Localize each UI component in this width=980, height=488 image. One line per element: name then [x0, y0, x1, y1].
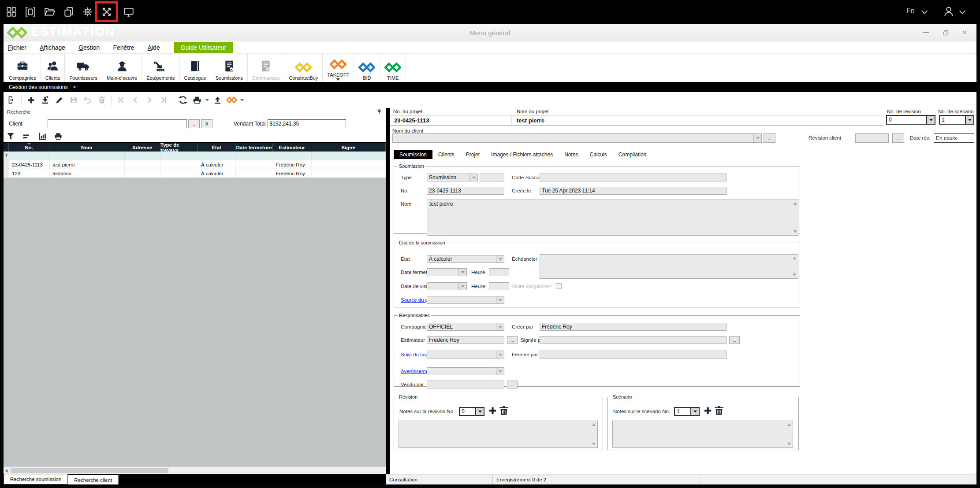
client-input[interactable]	[48, 119, 187, 128]
pin-icon[interactable]	[376, 109, 382, 115]
horizontal-scrollbar[interactable]	[4, 466, 386, 474]
notes-scenario-textarea[interactable]	[612, 421, 793, 448]
ribbon-time[interactable]: TIME	[380, 54, 406, 83]
no-revision-select[interactable]: 0	[886, 115, 935, 125]
delete-revision-icon[interactable]	[498, 405, 510, 418]
tab-compilation[interactable]: Compilation	[613, 150, 652, 159]
menu-fichier[interactable]: Fichier	[8, 44, 26, 51]
estimation-mini-logo-icon[interactable]	[226, 95, 237, 106]
minimize-button[interactable]	[919, 27, 932, 38]
tab-gestion-des-soumissions[interactable]: Gestion des soumissions ×	[4, 82, 81, 92]
open-folder-icon[interactable]	[43, 6, 56, 18]
grid-filter-row[interactable]	[4, 152, 386, 160]
language-chevron-down-icon[interactable]	[921, 8, 928, 14]
ribbon-soumissions[interactable]: Soumissions	[211, 54, 248, 83]
filter-funnel-icon[interactable]	[6, 132, 15, 142]
date-rev-input[interactable]: En cours	[934, 133, 974, 143]
date-fermeture-select[interactable]	[427, 268, 467, 276]
nav-first-icon[interactable]	[116, 95, 127, 106]
revision-client-input[interactable]	[855, 133, 889, 143]
no-input[interactable]: 23-0425-1113	[427, 187, 504, 195]
tab-notes[interactable]: Notes	[559, 150, 584, 159]
exit-door-icon[interactable]	[6, 95, 17, 106]
add-revision-icon[interactable]	[488, 406, 498, 417]
tab-recherche-soumission[interactable]: Recherche soumission	[4, 474, 68, 484]
type-select[interactable]: Soumission	[427, 174, 478, 181]
col-signe[interactable]: Signé	[311, 143, 386, 152]
export-upload-icon[interactable]	[212, 95, 223, 106]
code-succursale-input[interactable]	[540, 174, 727, 181]
expand-fullscreen-icon[interactable]	[101, 6, 113, 18]
ribbon-bid[interactable]: BID	[354, 54, 380, 83]
no-scenario-select[interactable]: 1	[939, 115, 974, 125]
creee-le-input[interactable]: Tue 25 Apr 2023 11:14	[540, 187, 727, 195]
group-rows-icon[interactable]	[22, 132, 31, 142]
ribbon-main-doeuvre[interactable]: Main-d'oeuvre	[102, 54, 142, 83]
print-icon[interactable]	[191, 95, 202, 106]
visite-obligatoire-checkbox[interactable]	[556, 283, 562, 289]
print-dropdown-caret-icon[interactable]	[205, 99, 209, 101]
ribbon-takeoff[interactable]: TAKEOFF	[323, 54, 354, 83]
import-record-icon[interactable]	[40, 95, 51, 106]
tab-calculs[interactable]: Calculs	[584, 150, 613, 159]
vendu-par-lookup-button[interactable]: ...	[507, 381, 518, 388]
logo-dropdown-caret-icon[interactable]	[240, 99, 244, 101]
notes-revision-select[interactable]: 0	[459, 407, 484, 416]
signee-par-lookup-button[interactable]: ...	[729, 336, 740, 344]
creer-par-input[interactable]: Frédéric Roy	[540, 323, 727, 331]
ribbon-fournisseurs[interactable]: Fournisseurs	[65, 54, 102, 83]
suivi-superieur-select[interactable]	[427, 351, 504, 359]
ribbon-constructbuy[interactable]: ConstructBuy	[284, 54, 323, 83]
col-date-fermeture[interactable]: Date fermeture	[235, 143, 273, 152]
display-monitor-icon[interactable]	[123, 6, 135, 18]
tab-close-icon[interactable]: ×	[73, 84, 76, 90]
col-etat[interactable]: État	[198, 143, 235, 152]
notes-revision-textarea[interactable]	[399, 421, 598, 448]
add-record-icon[interactable]	[26, 95, 37, 106]
col-type-travaux[interactable]: Type de travaux	[160, 143, 198, 152]
table-row[interactable]: 23-0425-1113 test pierre À calculer Fréd…	[4, 160, 386, 169]
apps-grid-icon[interactable]	[5, 6, 18, 18]
signee-par-input[interactable]	[540, 336, 727, 344]
nom-client-lookup-button[interactable]: ...	[764, 133, 775, 143]
grid-header-row[interactable]: No. Nom Adresse Type de travaux État Dat…	[4, 143, 386, 152]
client-lookup-button[interactable]: ..	[188, 119, 200, 128]
nav-last-icon[interactable]	[158, 95, 169, 106]
tab-recherche-client[interactable]: Recherche client	[68, 475, 119, 484]
copy-windows-icon[interactable]	[63, 6, 75, 18]
layout-view-icon[interactable]	[24, 6, 37, 18]
menu-gestion[interactable]: Gestion	[78, 44, 100, 51]
ribbon-equipements[interactable]: Équipements	[142, 54, 179, 83]
source-projet-select[interactable]	[427, 296, 504, 304]
language-selector[interactable]: Fn	[906, 7, 915, 15]
heure-visite-input[interactable]	[489, 282, 509, 290]
tab-soumission[interactable]: Soumission	[394, 150, 432, 159]
menu-affichage[interactable]: Affichage	[40, 44, 65, 51]
estimateur-input[interactable]: Frédéric Roy	[427, 336, 504, 344]
ribbon-compagnies[interactable]: Compagnies	[4, 54, 41, 83]
tab-clients[interactable]: Clients	[432, 150, 460, 159]
delete-scenario-icon[interactable]	[713, 405, 725, 418]
takeoff-dropdown-caret-icon[interactable]	[336, 78, 340, 81]
avertissement-select[interactable]	[427, 367, 504, 375]
tab-images-fichiers[interactable]: Images / Fichiers attachés	[485, 150, 559, 159]
compagnie-select[interactable]: OFFICIEL	[427, 323, 504, 331]
tab-projet[interactable]: Projet	[460, 150, 485, 159]
print-grid-icon[interactable]	[54, 132, 63, 142]
echeancier-textarea[interactable]	[540, 254, 798, 279]
col-estimateur[interactable]: Estimateur	[273, 143, 311, 152]
heure-fermeture-input[interactable]	[489, 268, 509, 276]
user-account-icon[interactable]	[943, 5, 955, 18]
scrollbar-thumb[interactable]	[11, 468, 168, 473]
menu-aide[interactable]: Aide	[148, 44, 160, 51]
ribbon-catalogue[interactable]: Catalogue	[180, 54, 211, 83]
nom-textarea[interactable]: test pierre	[427, 200, 799, 236]
close-button[interactable]: ×	[958, 27, 971, 38]
scroll-left-icon[interactable]	[5, 469, 7, 473]
menu-fenetre[interactable]: Fenêtre	[113, 44, 134, 51]
notes-scenario-select[interactable]: 1	[674, 407, 700, 416]
date-visite-select[interactable]	[427, 282, 467, 290]
etat-select[interactable]: À calculer	[427, 255, 504, 263]
vendu-par-input[interactable]	[427, 381, 504, 388]
nom-client-select[interactable]	[392, 133, 762, 143]
